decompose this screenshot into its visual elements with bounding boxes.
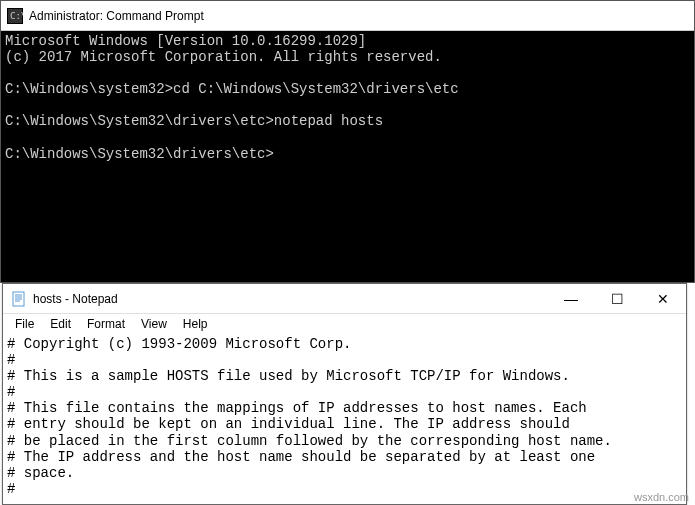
np-line: # This file contains the mappings of IP … bbox=[7, 400, 587, 416]
np-line: # entry should be kept on an individual … bbox=[7, 416, 570, 432]
menu-file[interactable]: File bbox=[7, 315, 42, 333]
watermark: wsxdn.com bbox=[634, 491, 689, 503]
minimize-button[interactable]: — bbox=[548, 284, 594, 313]
np-line: # The IP address and the host name shoul… bbox=[7, 449, 595, 465]
notepad-menubar: File Edit Format View Help bbox=[3, 314, 686, 334]
svg-text:C:\: C:\ bbox=[10, 11, 23, 21]
np-line: # This is a sample HOSTS file used by Mi… bbox=[7, 368, 570, 384]
notepad-window: hosts - Notepad — ☐ ✕ File Edit Format V… bbox=[2, 283, 687, 505]
np-line: # bbox=[7, 384, 15, 400]
cmd-line: C:\Windows\System32\drivers\etc> bbox=[5, 146, 274, 162]
np-line: # be placed in the first column followed… bbox=[7, 433, 612, 449]
cmd-line: C:\Windows\System32\drivers\etc>notepad … bbox=[5, 113, 383, 129]
maximize-button[interactable]: ☐ bbox=[594, 284, 640, 313]
cmd-titlebar[interactable]: C:\ Administrator: Command Prompt bbox=[1, 1, 694, 31]
notepad-title-left: hosts - Notepad bbox=[3, 291, 548, 307]
window-controls: — ☐ ✕ bbox=[548, 284, 686, 313]
notepad-text-area[interactable]: # Copyright (c) 1993-2009 Microsoft Corp… bbox=[3, 334, 686, 504]
menu-view[interactable]: View bbox=[133, 315, 175, 333]
notepad-titlebar[interactable]: hosts - Notepad — ☐ ✕ bbox=[3, 284, 686, 314]
np-line: # bbox=[7, 481, 15, 497]
command-prompt-window: C:\ Administrator: Command Prompt Micros… bbox=[0, 0, 695, 283]
np-line: # bbox=[7, 352, 15, 368]
cmd-icon: C:\ bbox=[7, 8, 23, 24]
notepad-icon bbox=[11, 291, 27, 307]
menu-edit[interactable]: Edit bbox=[42, 315, 79, 333]
menu-help[interactable]: Help bbox=[175, 315, 216, 333]
menu-format[interactable]: Format bbox=[79, 315, 133, 333]
cmd-terminal-body[interactable]: Microsoft Windows [Version 10.0.16299.10… bbox=[1, 31, 694, 282]
np-line: # space. bbox=[7, 465, 74, 481]
cmd-line: C:\Windows\system32>cd C:\Windows\System… bbox=[5, 81, 459, 97]
cmd-line: Microsoft Windows [Version 10.0.16299.10… bbox=[5, 33, 366, 49]
close-button[interactable]: ✕ bbox=[640, 284, 686, 313]
notepad-title: hosts - Notepad bbox=[33, 292, 118, 306]
cmd-line: (c) 2017 Microsoft Corporation. All righ… bbox=[5, 49, 442, 65]
np-line: # Copyright (c) 1993-2009 Microsoft Corp… bbox=[7, 336, 351, 352]
cmd-title: Administrator: Command Prompt bbox=[29, 9, 204, 23]
